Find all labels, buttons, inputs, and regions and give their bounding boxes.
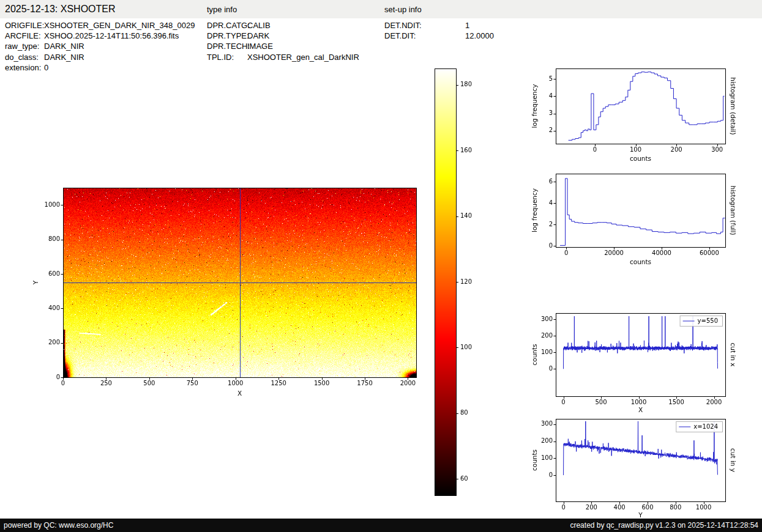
info-value: 1 xyxy=(465,21,469,30)
info-label: raw_type: xyxy=(5,41,44,51)
detector-image-plot xyxy=(31,176,435,402)
info-label: ORIGFILE: xyxy=(5,20,44,31)
info-row: do_class:DARK_NIR xyxy=(5,52,195,62)
type-info-block: DPR.CATG:CALIB DPR.TYPE:DARK DPR.TECH:IM… xyxy=(207,20,359,62)
setup-info-block: DET.NDIT:1 DET.DIT:12.0000 xyxy=(384,20,494,41)
info-row: DET.NDIT:1 xyxy=(384,20,494,31)
qc-report-page: 2025-12-13: XSHOOTER type info set-up in… xyxy=(0,0,762,532)
footer-right-text: created by qc_rawdisp.py v1.2.3 on 2025-… xyxy=(570,521,758,530)
cut-in-y-plot xyxy=(523,412,744,519)
info-value: DARK xyxy=(247,31,269,40)
header-bar: 2025-12-13: XSHOOTER type info set-up in… xyxy=(0,0,762,18)
cut-in-y-canvas xyxy=(523,412,744,519)
page-title: 2025-12-13: XSHOOTER xyxy=(5,4,116,15)
info-row: DPR.CATG:CALIB xyxy=(207,20,359,31)
info-value: DARK_NIR xyxy=(44,42,84,51)
info-row: extension:0 xyxy=(5,62,195,73)
info-row: ARCFILE:XSHOO.2025-12-14T11:50:56.396.fi… xyxy=(5,31,195,41)
info-label: TPL.ID: xyxy=(207,52,247,62)
cut-in-x-plot xyxy=(523,306,744,416)
info-value: CALIB xyxy=(247,21,271,30)
footer-left-text: powered by QC: www.eso.org/HC xyxy=(4,521,113,530)
colorbar xyxy=(428,61,484,501)
info-label: DET.NDIT: xyxy=(384,20,465,31)
detector-image-canvas xyxy=(31,176,435,402)
colorbar-canvas xyxy=(428,61,484,501)
info-label: DPR.CATG: xyxy=(207,20,247,31)
histogram-full-plot xyxy=(523,166,744,273)
footer-bar: powered by QC: www.eso.org/HC created by… xyxy=(0,519,762,532)
info-label: do_class: xyxy=(5,52,44,62)
info-label: DET.DIT: xyxy=(384,31,465,41)
info-row: DPR.TYPE:DARK xyxy=(207,31,359,41)
info-value: DARK_NIR xyxy=(44,53,84,62)
setup-info-heading: set-up info xyxy=(384,5,422,14)
type-info-heading: type info xyxy=(207,5,237,14)
info-label: ARCFILE: xyxy=(5,31,44,41)
histogram-detail-canvas xyxy=(523,61,744,168)
file-info-block: ORIGFILE:XSHOOTER_GEN_DARK_NIR_348_0029 … xyxy=(5,20,195,73)
info-value: 12.0000 xyxy=(465,31,494,40)
info-value: XSHOOTER_GEN_DARK_NIR_348_0029 xyxy=(44,21,195,30)
info-row: ORIGFILE:XSHOOTER_GEN_DARK_NIR_348_0029 xyxy=(5,20,195,31)
info-label: extension: xyxy=(5,62,44,73)
info-row: raw_type:DARK_NIR xyxy=(5,41,195,51)
info-label: DPR.TYPE: xyxy=(207,31,247,41)
info-value: XSHOO.2025-12-14T11:50:56.396.fits xyxy=(44,31,179,40)
info-value: IMAGE xyxy=(247,42,273,51)
info-row: TPL.ID:XSHOOTER_gen_cal_DarkNIR xyxy=(207,52,359,62)
cut-in-x-canvas xyxy=(523,306,744,416)
info-value: 0 xyxy=(44,63,48,72)
info-row: DPR.TECH:IMAGE xyxy=(207,41,359,51)
info-row: DET.DIT:12.0000 xyxy=(384,31,494,41)
histogram-full-canvas xyxy=(523,166,744,273)
info-value: XSHOOTER_gen_cal_DarkNIR xyxy=(247,53,359,62)
info-label: DPR.TECH: xyxy=(207,41,247,51)
histogram-detail-plot xyxy=(523,61,744,168)
